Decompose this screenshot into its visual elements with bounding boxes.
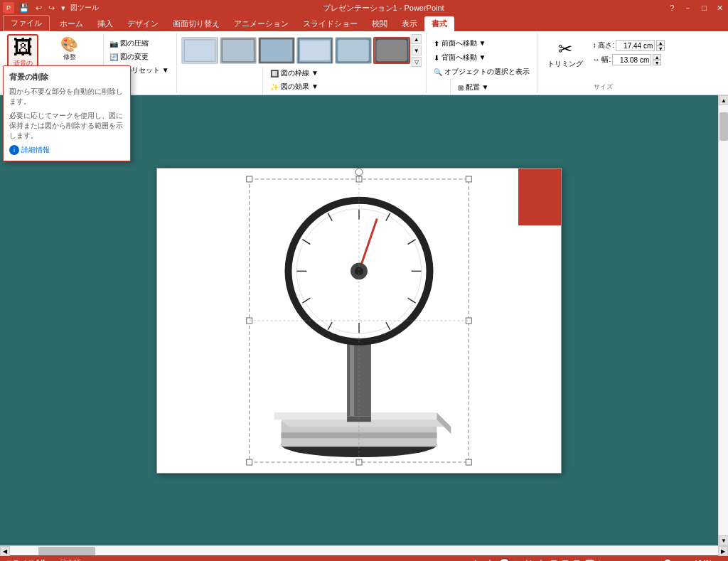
slide-panel bbox=[0, 95, 718, 545]
slide-sorter-button[interactable]: ⊠ bbox=[573, 558, 580, 561]
tab-animations[interactable]: アニメーション bbox=[227, 16, 296, 31]
svg-rect-41 bbox=[247, 176, 252, 181]
tab-slideshow[interactable]: スライドショー bbox=[296, 16, 365, 31]
tab-home[interactable]: ホーム bbox=[53, 16, 90, 31]
slide-canvas[interactable] bbox=[156, 168, 562, 474]
reading-view-button[interactable]: 📖 bbox=[584, 558, 595, 561]
slideshow-button[interactable]: ▶ bbox=[599, 558, 606, 561]
title-bar: P 💾 ↩ ↪ ▾ 図ツール プレゼンテーション1 - PowerPoint ?… bbox=[0, 0, 728, 16]
tooltip-title: 背景の削除 bbox=[9, 72, 124, 82]
window-title: プレゼンテーション1 - PowerPoint bbox=[99, 3, 668, 14]
gallery-up-arrow[interactable]: ▲ bbox=[412, 34, 422, 44]
minimize-button[interactable]: － bbox=[682, 2, 694, 14]
effect-button[interactable]: ✨ 図の効果 ▼ bbox=[267, 80, 343, 93]
slide-info: スライド 1/1 bbox=[6, 558, 46, 561]
compress-button[interactable]: 📷 図の圧縮 bbox=[107, 37, 172, 50]
scroll-left-arrow[interactable]: ◀ bbox=[0, 546, 10, 556]
change-icon: 🔄 bbox=[109, 53, 118, 61]
customize-button[interactable]: ▾ bbox=[59, 3, 68, 14]
save-button[interactable]: 💾 bbox=[17, 3, 31, 14]
height-down[interactable]: ▼ bbox=[656, 46, 665, 51]
width-input[interactable] bbox=[612, 54, 651, 65]
outline-view-button[interactable]: ⊟ bbox=[562, 558, 569, 561]
height-field: ↕ 高さ: ▲ ▼ bbox=[593, 40, 665, 51]
tooltip-popup: 背景の削除 図から不要な部分を自動的に削除します。 必要に応じてマークを使用し、… bbox=[3, 65, 131, 161]
language-label: 日本語 bbox=[60, 558, 81, 561]
info-icon: i bbox=[9, 145, 19, 155]
detail-link[interactable]: i 詳細情報 bbox=[9, 145, 124, 155]
tab-format[interactable]: 書式 bbox=[424, 16, 454, 31]
scroll-up-arrow[interactable]: ▲ bbox=[719, 95, 728, 105]
style-thumb-1[interactable] bbox=[181, 37, 218, 64]
tab-insert[interactable]: 挿入 bbox=[90, 16, 120, 31]
redo-button[interactable]: ↪ bbox=[46, 3, 57, 14]
style-thumb-2[interactable] bbox=[220, 37, 257, 64]
bg-remove-icon: 🖼 bbox=[13, 38, 33, 58]
compress-icon: 📷 bbox=[109, 40, 118, 48]
select-objects-button[interactable]: 🔍 オブジェクトの選択と表示 bbox=[431, 65, 532, 78]
h-scroll-thumb[interactable] bbox=[38, 547, 95, 555]
fix-button[interactable]: 🎨 修整 bbox=[40, 36, 99, 63]
tooltip-desc1: 図から不要な部分を自動的に削除します。 bbox=[9, 87, 124, 107]
tab-transitions[interactable]: 画面切り替え bbox=[166, 16, 227, 31]
forward-button[interactable]: ⬆ 前面へ移動 ▼ bbox=[431, 37, 489, 50]
undo-button[interactable]: ↩ bbox=[33, 3, 44, 14]
ribbon-group-styles: ▲ ▼ ▽ 🔲 図の枠線 ▼ ✨ 図の効果 ▼ 📐 図のレイアウト ▼ 図のスタ… bbox=[177, 33, 427, 93]
ribbon-tab-bar: ファイル ホーム 挿入 デザイン 画面切り替え アニメーション スライドショー … bbox=[0, 16, 728, 31]
height-spin: ▲ ▼ bbox=[656, 40, 665, 51]
align-button[interactable]: ⊞ 配置 ▼ bbox=[455, 81, 513, 94]
restore-button[interactable]: □ bbox=[700, 2, 709, 14]
tab-design[interactable]: デザイン bbox=[120, 16, 166, 31]
svg-rect-0 bbox=[182, 38, 217, 63]
width-spin: ▲ ▼ bbox=[653, 54, 661, 65]
fix-icon: 🎨 bbox=[60, 37, 78, 51]
scale-image bbox=[157, 169, 561, 473]
vertical-scrollbar: ▲ ▼ bbox=[718, 95, 728, 545]
style-thumb-3[interactable] bbox=[258, 37, 295, 64]
style-thumb-active[interactable] bbox=[373, 37, 410, 64]
tab-view[interactable]: 表示 bbox=[395, 16, 424, 31]
border-icon: 🔲 bbox=[270, 70, 279, 78]
width-label: ↔ 幅: bbox=[593, 55, 611, 65]
status-bar: スライド 1/1 ✓ 日本語 Ati ≡ ノート 💬 コメント ⊞ ⊟ ⊠ 📖 … bbox=[0, 555, 728, 561]
change-picture-button[interactable]: 🔄 図の変更 bbox=[107, 50, 172, 63]
tab-review[interactable]: 校閲 bbox=[365, 16, 395, 31]
detail-link-text: 詳細情報 bbox=[21, 145, 50, 155]
styles-content: ▲ ▼ ▽ bbox=[181, 34, 422, 67]
style-thumb-5[interactable] bbox=[335, 37, 372, 64]
gallery-more-arrow[interactable]: ▽ bbox=[412, 57, 422, 67]
language-indicator: ✓ 日本語 bbox=[52, 558, 81, 561]
tab-file[interactable]: ファイル bbox=[3, 15, 50, 31]
width-up[interactable]: ▲ bbox=[653, 54, 661, 60]
backward-button[interactable]: ⬇ 背面へ移動 ▼ bbox=[431, 51, 489, 64]
svg-rect-2 bbox=[220, 38, 255, 63]
scroll-thumb[interactable] bbox=[719, 112, 728, 141]
help-button[interactable]: ? bbox=[668, 2, 676, 14]
svg-rect-43 bbox=[466, 176, 471, 181]
zoom-minus[interactable]: － bbox=[610, 558, 617, 561]
trim-button[interactable]: ✂ トリミング bbox=[542, 37, 589, 71]
quick-access-toolbar: 💾 ↩ ↪ ▾ bbox=[17, 3, 68, 14]
comment-button[interactable]: 💬 コメント bbox=[499, 557, 546, 562]
scroll-right-arrow[interactable]: ▶ bbox=[718, 546, 728, 556]
height-input[interactable] bbox=[616, 40, 655, 51]
svg-rect-46 bbox=[247, 459, 252, 465]
note-button[interactable]: ≡ ノート bbox=[462, 557, 495, 562]
ribbon: 🖼 背景の削除 🎨 修整 🎨 色 🎭 アート効果 bbox=[0, 31, 728, 95]
height-up[interactable]: ▲ bbox=[656, 40, 665, 46]
zoom-plus[interactable]: ＋ bbox=[682, 558, 690, 561]
forward-icon: ⬆ bbox=[434, 40, 439, 48]
width-field: ↔ 幅: ▲ ▼ bbox=[593, 54, 665, 65]
scroll-down-arrow[interactable]: ▼ bbox=[719, 535, 728, 545]
title-bar-left: P 💾 ↩ ↪ ▾ 図ツール bbox=[3, 2, 99, 14]
close-button[interactable]: ✕ bbox=[714, 2, 725, 14]
ribbon-group-arrange: ⬆ 前面へ移動 ▼ ⬇ 背面へ移動 ▼ 🔍 オブジェクトの選択と表示 ⊞ 配置 … bbox=[427, 33, 537, 93]
style-thumb-4[interactable] bbox=[296, 37, 333, 64]
width-down[interactable]: ▼ bbox=[653, 60, 661, 65]
gallery-arrows: ▲ ▼ ▽ bbox=[412, 34, 422, 67]
border-button[interactable]: 🔲 図の枠線 ▼ bbox=[267, 67, 343, 80]
svg-rect-48 bbox=[466, 459, 471, 465]
height-label: ↕ 高さ: bbox=[593, 41, 615, 50]
normal-view-button[interactable]: ⊞ bbox=[550, 558, 557, 561]
gallery-down-arrow[interactable]: ▼ bbox=[412, 46, 422, 55]
